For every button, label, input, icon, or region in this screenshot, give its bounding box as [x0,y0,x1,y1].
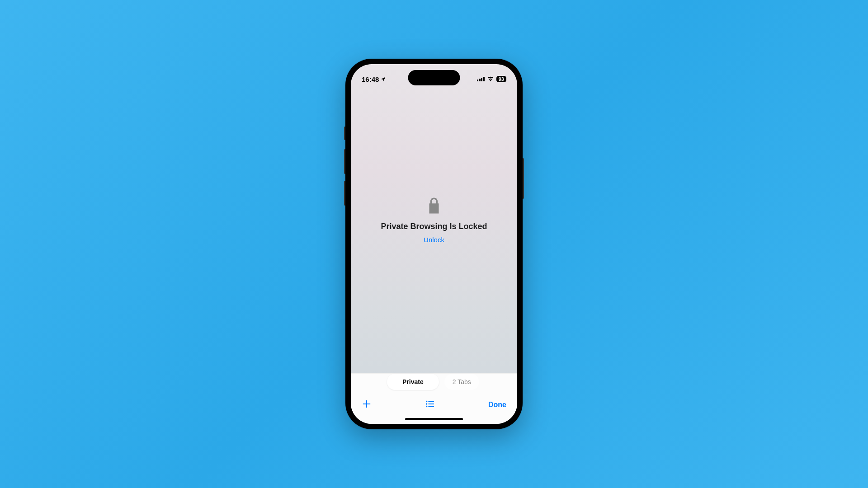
new-tab-button[interactable] [362,399,372,411]
svg-rect-1 [428,401,434,402]
tab-group-private[interactable]: Private [387,374,439,390]
phone-screen: 16:48 93 [351,64,517,424]
phone-device-frame: 16:48 93 [345,59,523,429]
dynamic-island [408,70,460,85]
volume-down-button [344,181,345,206]
lock-icon [428,197,440,214]
wifi-icon [487,75,494,83]
tab-group-tabs[interactable]: 2 Tabs [444,374,479,390]
status-time: 16:48 [362,75,379,83]
silent-switch [344,127,345,140]
home-indicator[interactable] [405,418,463,420]
toolbar: Done [351,394,517,413]
svg-point-0 [426,401,427,402]
svg-rect-3 [428,404,434,404]
tab-groups-list-button[interactable] [425,399,435,411]
status-bar-right: 93 [477,75,506,83]
tab-group-selector[interactable]: Private 2 Tabs [351,374,517,394]
main-content: Private Browsing Is Locked Unlock [351,86,517,373]
volume-up-button [344,149,345,174]
bottom-bar: Private 2 Tabs Done [351,373,517,424]
power-button [523,158,524,199]
status-bar-left: 16:48 [362,75,386,83]
battery-level-badge: 93 [496,76,506,82]
location-icon [381,75,386,83]
done-button[interactable]: Done [488,401,506,409]
svg-point-4 [426,406,427,407]
locked-title: Private Browsing Is Locked [381,222,487,231]
unlock-button[interactable]: Unlock [424,236,444,244]
cellular-signal-icon [477,77,485,81]
svg-rect-5 [428,406,434,407]
svg-point-2 [426,403,427,404]
